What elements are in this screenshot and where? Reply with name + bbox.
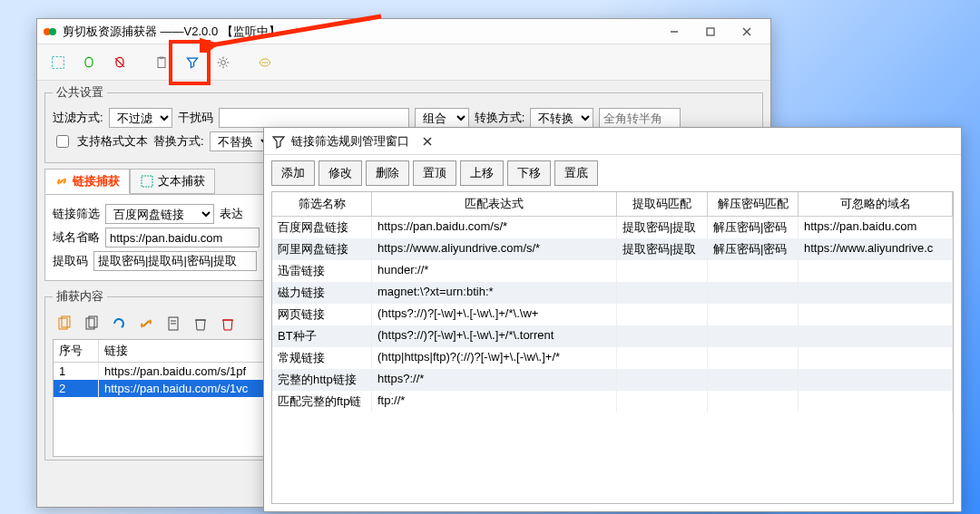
text-icon	[140, 174, 154, 189]
table-row[interactable]: 常规链接(http|https|ftp)?(://)?[-\w]+\.[-\w\…	[272, 347, 953, 369]
domain-input[interactable]	[105, 228, 260, 247]
annotation-arrow	[200, 7, 399, 53]
svg-rect-6	[53, 56, 64, 68]
listen-start-button[interactable]	[75, 49, 103, 76]
cell-expr: (https?://)?[-\w]+\.[-\w\.]+/*\.torrent	[372, 325, 617, 347]
format-text-checkbox[interactable]	[56, 135, 69, 148]
table-row[interactable]: BT种子(https?://)?[-\w]+\.[-\w\.]+/*\.torr…	[272, 325, 953, 347]
cell-name: 网页链接	[272, 304, 372, 325]
cell-dom: https://pan.baidu.com	[799, 217, 953, 238]
cell-expr: https://www.aliyundrive.com/s/*	[372, 238, 617, 260]
listen-stop-button[interactable]	[106, 49, 133, 76]
table-row[interactable]: 网页链接(https?://)?[-\w]+\.[-\w\.]+/*\.\w+	[272, 304, 953, 325]
dialog-close-button[interactable]	[409, 129, 446, 154]
about-button[interactable]	[251, 49, 279, 76]
svg-rect-9	[160, 56, 164, 58]
filter-mode-select[interactable]: 不过滤	[109, 108, 172, 128]
disturb-label: 干扰码	[178, 110, 213, 126]
top-button[interactable]: 置顶	[413, 160, 456, 186]
tab-text-capture[interactable]: 文本捕获	[130, 169, 215, 194]
funnel-icon	[271, 134, 286, 149]
cell-dom	[799, 282, 953, 304]
cell-name: 迅雷链接	[272, 260, 372, 282]
table-row[interactable]: 匹配完整的ftp链ftp://*	[272, 391, 953, 412]
svg-point-1	[49, 28, 56, 35]
replace-label: 替换方式:	[153, 133, 204, 150]
refresh-button[interactable]	[107, 312, 131, 335]
table-row[interactable]: 迅雷链接hunder://*	[272, 260, 953, 282]
link-filter-label: 链接筛选	[53, 206, 100, 222]
up-button[interactable]: 上移	[460, 160, 504, 186]
cell-ext	[617, 282, 708, 304]
combo-select[interactable]: 组合	[415, 108, 469, 128]
svg-line-25	[211, 16, 381, 45]
delete-button[interactable]: 删除	[366, 160, 409, 186]
table-row[interactable]: 阿里网盘链接https://www.aliyundrive.com/s/*提取密…	[272, 238, 953, 260]
extract-input[interactable]	[93, 251, 257, 271]
filter-mode-label: 过滤方式:	[53, 110, 103, 126]
svg-point-10	[221, 60, 226, 64]
minimize-button[interactable]	[656, 19, 692, 44]
captured-legend: 捕获内容	[53, 288, 107, 305]
domain-label: 域名省略	[53, 229, 100, 246]
close-button[interactable]	[729, 19, 765, 44]
svg-rect-8	[158, 57, 165, 67]
cell-name: 常规链接	[272, 347, 372, 369]
cell-name: 匹配完整的ftp链	[272, 391, 372, 412]
convert-select[interactable]: 不转换	[530, 108, 593, 128]
cell-ext	[617, 304, 708, 325]
cell-expr: https://pan.baidu.com/s/*	[372, 217, 617, 238]
cell-dom	[799, 347, 953, 369]
col-dom[interactable]: 可忽略的域名	[799, 192, 953, 216]
edit-button[interactable]	[162, 312, 185, 335]
format-text-label: 支持格式文本	[77, 133, 148, 150]
settings-button[interactable]	[210, 49, 237, 76]
clear-button[interactable]	[216, 312, 240, 335]
capture-region-button[interactable]	[44, 49, 72, 76]
svg-rect-3	[707, 28, 714, 35]
cell-name: 完整的http链接	[272, 369, 372, 391]
cell-ext	[617, 347, 708, 369]
table-row[interactable]: 磁力链接magnet:\?xt=urn:btih:*	[272, 282, 953, 304]
cell-dec	[708, 369, 799, 391]
copy-button[interactable]	[53, 312, 76, 335]
group-legend: 公共设置	[53, 84, 107, 101]
expr-label: 表达	[220, 206, 243, 222]
cell-dom	[799, 325, 953, 347]
add-button[interactable]: 添加	[271, 160, 315, 186]
cell-name: 磁力链接	[272, 282, 372, 304]
table-row[interactable]: 百度网盘链接https://pan.baidu.com/s/*提取密码|提取解压…	[272, 217, 953, 238]
link-icon	[54, 174, 69, 189]
cell-expr: (https?://)?[-\w]+\.[-\w\.]+/*\.\w+	[372, 304, 617, 325]
col-name[interactable]: 筛选名称	[272, 192, 372, 216]
bottom-button[interactable]: 置底	[554, 160, 598, 186]
svg-rect-15	[142, 176, 152, 187]
openlink-button[interactable]	[134, 312, 158, 335]
cell-dom: https://www.aliyundrive.c	[799, 238, 953, 260]
cell-expr: hunder://*	[372, 260, 617, 282]
col-seq[interactable]: 序号	[54, 340, 99, 362]
cell-dec: 解压密码|密码	[708, 217, 799, 238]
cell-expr: magnet:\?xt=urn:btih:*	[372, 282, 617, 304]
rules-grid[interactable]: 筛选名称 匹配表达式 提取码匹配 解压密码匹配 可忽略的域名 百度网盘链接htt…	[271, 191, 954, 504]
down-button[interactable]: 下移	[507, 160, 551, 186]
tab-text-label: 文本捕获	[158, 173, 205, 189]
delete-button[interactable]	[189, 312, 212, 335]
edit-button[interactable]: 修改	[318, 160, 362, 186]
svg-point-14	[267, 62, 269, 63]
col-expr[interactable]: 匹配表达式	[372, 192, 617, 216]
fullhalf-input[interactable]	[599, 108, 681, 128]
cell-dec	[708, 282, 799, 304]
link-filter-select[interactable]: 百度网盘链接	[105, 204, 214, 224]
cell-name: BT种子	[272, 325, 372, 347]
cell-dom	[799, 260, 953, 282]
copy2-button[interactable]	[80, 312, 103, 335]
svg-point-13	[264, 62, 266, 63]
col-ext[interactable]: 提取码匹配	[617, 192, 708, 216]
tab-link-capture[interactable]: 链接捕获	[44, 169, 130, 194]
table-row[interactable]: 完整的http链接https?://*	[272, 369, 953, 391]
disturb-input[interactable]	[219, 108, 409, 128]
cell-seq: 2	[54, 380, 99, 397]
col-dec[interactable]: 解压密码匹配	[708, 192, 799, 216]
maximize-button[interactable]	[692, 19, 729, 44]
